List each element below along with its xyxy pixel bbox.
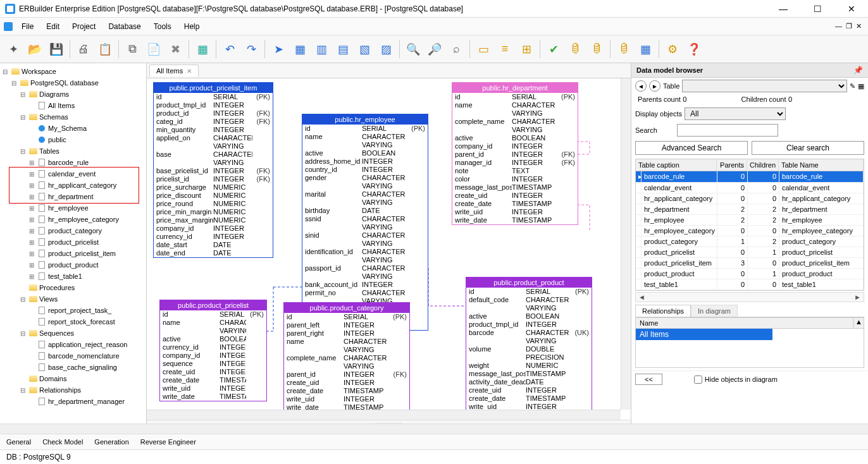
table-row[interactable]: calendar_event00calendar_event	[636, 183, 864, 193]
list-item[interactable]: All Items	[636, 329, 772, 340]
table-product-pricelist-item[interactable]: public.product_pricelist_itemidSERIAL(PK…	[153, 82, 273, 258]
zoomfit-icon[interactable]: ⌕	[447, 40, 466, 59]
table-row[interactable]: product_pricelist01product_pricelist	[636, 247, 864, 258]
tree-node[interactable]: Domains	[1, 373, 145, 384]
tables-grid[interactable]: Table caption Parents Children Table Nam…	[635, 159, 864, 291]
print-icon[interactable]: 🖨	[74, 40, 93, 59]
table-row[interactable]: product_product01product_product	[636, 269, 864, 279]
delete-icon[interactable]: ✖	[166, 40, 185, 59]
help-icon[interactable]: ❓	[685, 40, 704, 59]
grid2-icon[interactable]: ▤	[333, 40, 352, 59]
new-icon[interactable]: ✦	[4, 40, 23, 59]
layout1-icon[interactable]: ▭	[474, 40, 493, 59]
grid1-icon[interactable]: ▥	[312, 40, 331, 59]
edit-icon[interactable]: ✎	[850, 82, 855, 90]
redo-icon[interactable]: ↷	[242, 40, 261, 59]
tab-general[interactable]: General	[6, 438, 31, 446]
table-row[interactable]: product_category12product_category	[636, 236, 864, 247]
nav-fwd-icon[interactable]: ►	[649, 80, 660, 92]
db2-icon[interactable]: 🛢	[587, 40, 606, 59]
tree-node[interactable]: hr_department_manager	[1, 396, 145, 407]
tree-node[interactable]: ⊞hr_employee_category	[1, 214, 145, 225]
table-row[interactable]: hr_employee_category00hr_employee_catego…	[636, 226, 864, 236]
table-row[interactable]: hr_department22hr_department	[636, 204, 864, 215]
tab-close-icon[interactable]: ✕	[187, 68, 192, 75]
undo-icon[interactable]: ↶	[220, 40, 239, 59]
mdi-min-icon[interactable]: —	[835, 22, 842, 30]
menu-edit[interactable]: Edit	[40, 20, 66, 34]
table-tool-icon[interactable]: ▦	[290, 40, 309, 59]
canvas-vscroll[interactable]	[621, 78, 631, 410]
table-select[interactable]	[682, 80, 847, 92]
tree-node[interactable]: All Items	[1, 100, 145, 111]
tree-hscroll[interactable]	[0, 424, 868, 434]
open-icon[interactable]: 📂	[25, 40, 44, 59]
tree-node[interactable]: base_cache_signaling	[1, 362, 145, 373]
tab-generation[interactable]: Generation	[94, 438, 128, 446]
tree-node[interactable]: public	[1, 134, 145, 145]
grid-hscroll[interactable]: ◄►	[635, 292, 864, 302]
grid4-icon[interactable]: ▨	[376, 40, 395, 59]
tree-node[interactable]: ⊟Diagrams	[1, 89, 145, 100]
menu-file[interactable]: File	[15, 20, 40, 34]
db1-icon[interactable]: 🛢	[566, 40, 585, 59]
tree-node[interactable]: ⊞hr_employee	[1, 202, 145, 214]
tree-node[interactable]: ⊟Schemas	[1, 111, 145, 123]
zoomout-icon[interactable]: 🔎	[425, 40, 444, 59]
canvas-hscroll[interactable]	[147, 410, 621, 420]
tree-node[interactable]: ⊞product_product	[1, 259, 145, 271]
close-button[interactable]: ✕	[840, 1, 863, 16]
notes-icon[interactable]: 📋	[96, 40, 115, 59]
search-input[interactable]	[677, 124, 778, 137]
col-children[interactable]: Children	[747, 159, 779, 171]
layout3-icon[interactable]: ⊞	[517, 40, 536, 59]
tab-reverse-engineer[interactable]: Reverse Engineer	[140, 438, 196, 446]
db3-icon[interactable]: 🛢	[614, 40, 633, 59]
menu-tools[interactable]: Tools	[147, 20, 178, 34]
table-hr-department[interactable]: public.hr_departmentidSERIAL(PK)nameCHAR…	[452, 82, 578, 225]
tree-node[interactable]: ⊟Workspace	[1, 66, 145, 77]
table-row[interactable]: product_pricelist_item30product_pricelis…	[636, 258, 864, 269]
tree-node[interactable]: ⊟Views	[1, 293, 145, 305]
menu-database[interactable]: Database	[102, 20, 147, 34]
copy-icon[interactable]: ⧉	[123, 40, 142, 59]
tab-all-items[interactable]: All Items ✕	[149, 64, 199, 76]
tree-node[interactable]: ⊟Tables	[1, 145, 145, 157]
pointer-icon[interactable]: ➤	[269, 40, 288, 59]
tree-node[interactable]: ⊞hr_applicant_category	[1, 180, 145, 191]
hide-objects-checkbox[interactable]: Hide objects in diagram	[694, 375, 778, 384]
paste-icon[interactable]: 📄	[144, 40, 163, 59]
table-product-pricelist[interactable]: public.product_pricelistidSERIAL(PK)name…	[159, 300, 267, 401]
settings-icon[interactable]: ⚙	[663, 40, 682, 59]
check-icon[interactable]: ✔	[544, 40, 563, 59]
er-canvas[interactable]: public.product_pricelist_itemidSERIAL(PK…	[147, 78, 631, 420]
mdi-restore-icon[interactable]: ❐	[846, 22, 852, 30]
clear-search-button[interactable]: Clear search	[752, 141, 864, 155]
tree-node[interactable]: ⊟PostgreSQL database	[1, 77, 145, 89]
grid3-icon[interactable]: ▧	[355, 40, 374, 59]
minimize-button[interactable]: —	[772, 1, 795, 16]
tree-node[interactable]: ⊞product_category	[1, 225, 145, 236]
tree-node[interactable]: ⊞calendar_event	[1, 168, 145, 180]
nav-back-icon[interactable]: ◄	[635, 80, 647, 92]
tree-node[interactable]: ⊟Sequences	[1, 327, 145, 339]
mdi-close-icon[interactable]: ✕	[856, 22, 862, 30]
tree-node[interactable]: My_Schema	[1, 123, 145, 134]
tree-node[interactable]: ⊞barcode_rule	[1, 157, 145, 168]
tab-check-model[interactable]: Check Model	[42, 438, 83, 446]
tab-in-diagram[interactable]: In diagram	[691, 305, 738, 317]
advanced-search-button[interactable]: Advanced Search	[635, 141, 748, 155]
table-row[interactable]: ▸barcode_rule00barcode_rule	[636, 171, 864, 183]
table-row[interactable]: test_table100test_table1	[636, 279, 864, 290]
display-objects-select[interactable]: All	[685, 107, 786, 120]
zoomin-icon[interactable]: 🔍	[404, 40, 423, 59]
tree-node[interactable]: ⊞test_table1	[1, 271, 145, 282]
tree-node[interactable]: ⊟Relationships	[1, 384, 145, 396]
col-caption[interactable]: Table caption	[636, 159, 717, 171]
layout2-icon[interactable]: ≡	[495, 40, 514, 59]
table-product-category[interactable]: public.product_categoryidSERIAL(PK)paren…	[283, 302, 410, 420]
tree-node[interactable]: report_stock_forecast	[1, 316, 145, 327]
maximize-button[interactable]: ☐	[806, 1, 829, 16]
table-row[interactable]: hr_employee22hr_employee	[636, 215, 864, 226]
grid-icon[interactable]: ▦	[858, 82, 864, 90]
